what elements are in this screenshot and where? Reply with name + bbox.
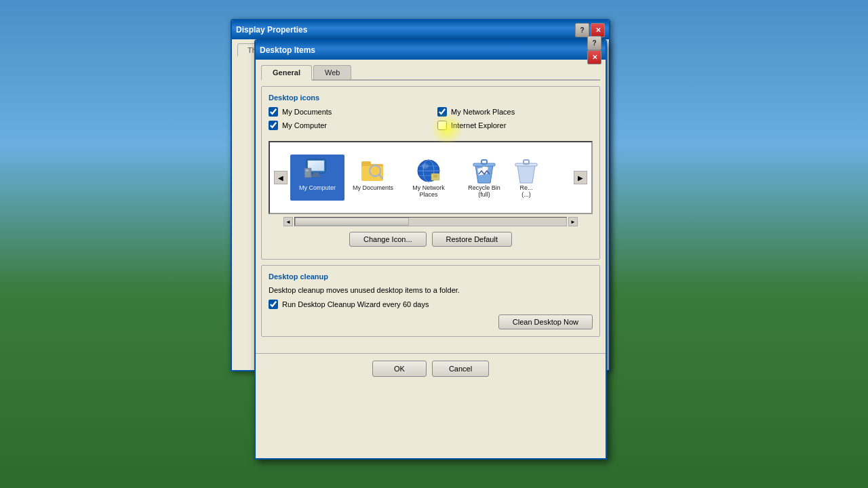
checkbox-my-network[interactable] (437, 107, 447, 117)
desktop-cleanup-section: Desktop cleanup Desktop cleanup moves un… (261, 265, 600, 337)
checkboxes-container: My Documents My Computer My Network Plac… (269, 107, 593, 134)
desktop-cleanup-title: Desktop cleanup (269, 272, 593, 281)
desktop-icons-section: Desktop icons My Documents My Computer (261, 86, 600, 260)
desktop-items-dialog: Desktop Items ? ✕ General Web Desktop ic… (254, 39, 607, 460)
icon-my-network[interactable]: My NetworkPlaces (401, 155, 456, 201)
icon-recycle-bin-empty-label: Re...(...) (519, 184, 532, 198)
icon-my-network-label: My NetworkPlaces (412, 184, 445, 198)
ok-btn[interactable]: OK (372, 361, 427, 377)
desktop-cleanup-description: Desktop cleanup moves unused desktop ite… (269, 286, 593, 294)
checkbox-row-cleanup: Run Desktop Cleanup Wizard every 60 days (269, 300, 593, 309)
icon-recycle-bin-full-label: Recycle Bin(full) (468, 184, 500, 198)
checkbox-cleanup-wizard[interactable] (269, 300, 278, 309)
svg-rect-10 (361, 161, 371, 165)
scroll-left-btn[interactable]: ◀ (274, 171, 288, 184)
checkbox-my-documents[interactable] (269, 107, 278, 117)
display-properties-title: Display Properties (236, 25, 575, 35)
icon-my-documents[interactable]: My Documents (346, 155, 400, 201)
display-properties-titlebar: Display Properties ? ✕ (232, 20, 609, 39)
checkbox-row-ie: Internet Explorer (437, 121, 593, 130)
tab-web[interactable]: Web (313, 65, 351, 79)
clean-desktop-now-btn[interactable]: Clean Desktop Now (498, 314, 593, 329)
display-properties-close-btn[interactable]: ✕ (591, 23, 605, 37)
scrollbar-thumb[interactable] (295, 218, 409, 226)
icons-scroll-area: My Computer (290, 155, 571, 201)
svg-point-19 (422, 163, 429, 169)
svg-rect-4 (311, 176, 321, 177)
svg-point-8 (308, 173, 309, 174)
my-documents-svg (360, 157, 386, 184)
recycle-bin-empty-icon-img (513, 157, 540, 184)
tab-general[interactable]: General (261, 65, 312, 81)
dialog-content: General Web Desktop icons My Documents M (256, 60, 606, 348)
icon-my-documents-label: My Documents (353, 184, 393, 191)
my-network-svg (415, 157, 442, 184)
scrollbar-left-btn[interactable]: ◄ (283, 217, 293, 226)
display-properties-help-btn[interactable]: ? (575, 23, 589, 37)
scrollbar-right-btn[interactable]: ► (568, 217, 578, 226)
icons-display-area: ◀ (269, 141, 593, 214)
icon-recycle-bin-empty[interactable]: Re...(...) (513, 155, 540, 201)
icon-action-buttons: Change Icon... Restore Default (269, 232, 593, 247)
icon-recycle-bin-full[interactable]: Recycle Bin(full) (457, 155, 511, 201)
label-my-computer: My Computer (282, 121, 327, 129)
change-icon-btn[interactable]: Change Icon... (349, 232, 427, 247)
svg-rect-6 (306, 169, 309, 171)
svg-point-7 (306, 173, 307, 174)
cancel-btn[interactable]: Cancel (432, 361, 489, 377)
checkboxes-right: My Network Places Internet Explorer (437, 107, 593, 134)
icon-my-computer[interactable]: My Computer (290, 155, 344, 201)
my-network-icon-img (415, 157, 442, 184)
svg-rect-21 (433, 175, 437, 178)
checkbox-row-my-computer: My Computer (269, 121, 424, 130)
desktop-items-title-buttons: ? ✕ (587, 36, 601, 64)
my-computer-icon-img (304, 157, 331, 184)
svg-marker-27 (517, 165, 535, 183)
icon-my-computer-label: My Computer (299, 184, 336, 191)
checkboxes-left: My Documents My Computer (269, 107, 424, 134)
restore-default-btn[interactable]: Restore Default (432, 232, 512, 247)
label-my-network: My Network Places (451, 108, 515, 116)
scrollbar-track (294, 217, 567, 226)
clean-now-container: Clean Desktop Now (269, 314, 593, 329)
scrollbar-container: ◄ ► (283, 217, 578, 226)
recycle-bin-full-svg (471, 157, 497, 184)
svg-rect-29 (524, 160, 529, 164)
checkbox-ie[interactable] (437, 121, 447, 130)
display-properties-title-buttons: ? ✕ (575, 23, 605, 37)
desktop-items-titlebar: Desktop Items ? ✕ (256, 41, 606, 60)
checkbox-my-computer[interactable] (269, 121, 278, 130)
svg-rect-26 (481, 160, 487, 164)
desktop-items-help-btn[interactable]: ? (587, 36, 601, 50)
scroll-right-btn[interactable]: ▶ (574, 171, 587, 184)
desktop-icons-title: Desktop icons (269, 94, 593, 102)
tab-bar: General Web (261, 65, 600, 81)
label-my-documents: My Documents (282, 108, 332, 116)
svg-rect-3 (313, 173, 319, 176)
desktop-items-title: Desktop Items (260, 45, 587, 55)
my-documents-icon-img (359, 157, 387, 184)
checkbox-row-my-documents: My Documents (269, 107, 424, 117)
recycle-bin-empty-svg (513, 157, 539, 184)
label-ie: Internet Explorer (451, 121, 506, 129)
dialog-footer: OK Cancel (256, 353, 606, 384)
recycle-bin-full-icon-img (471, 157, 498, 184)
checkbox-row-my-network: My Network Places (437, 107, 593, 117)
desktop-items-close-btn[interactable]: ✕ (587, 50, 601, 64)
label-cleanup-wizard: Run Desktop Cleanup Wizard every 60 days (282, 300, 429, 308)
my-computer-svg (304, 158, 331, 184)
